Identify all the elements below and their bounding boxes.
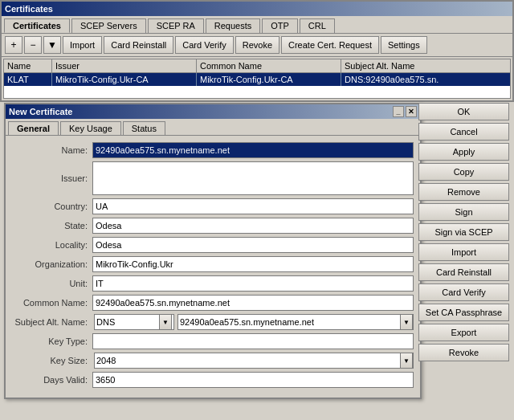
country-row: Country: (12, 198, 414, 214)
main-tabs-bar: Certificates SCEP Servers SCEP RA Reques… (2, 16, 512, 34)
add-button[interactable]: + (5, 36, 22, 54)
issuer-area[interactable] (92, 161, 414, 195)
organization-row: Organization: (12, 256, 414, 272)
unit-row: Unit: (12, 275, 414, 292)
table-header: Name Issuer Common Name Subject Alt. Nam… (4, 59, 510, 73)
dialog-tab-status[interactable]: Status (123, 121, 165, 135)
key-size-row: Key Size: ▼ (12, 353, 414, 369)
certificates-table: Name Issuer Common Name Subject Alt. Nam… (3, 59, 511, 99)
key-type-input[interactable] (92, 333, 414, 349)
country-label: Country: (12, 202, 92, 211)
dialog-title-bar: New Certificate _ ✕ (6, 104, 420, 119)
locality-label: Locality: (12, 240, 92, 250)
key-size-input[interactable] (95, 353, 400, 368)
tab-scep-ra[interactable]: SCEP RA (148, 18, 204, 33)
common-name-label: Common Name: (12, 298, 92, 308)
right-panel: OK Cancel Apply Copy Remove Sign Sign vi… (418, 103, 511, 361)
country-input[interactable] (92, 198, 414, 214)
days-valid-input[interactable] (92, 372, 414, 388)
subject-alt-row: Subject Alt. Name: ▼ ▼ (12, 314, 414, 330)
revoke-dialog-button[interactable]: Revoke (418, 344, 509, 361)
key-size-dropdown[interactable]: ▼ (400, 353, 413, 369)
table-row[interactable]: KLAT MikroTik-Config.Ukr-CA MikroTik-Con… (4, 73, 510, 86)
import-button[interactable]: Import (63, 36, 102, 54)
export-button[interactable]: Export (418, 324, 509, 341)
col-common-name: Common Name (197, 59, 341, 72)
col-subject-alt: Subject Alt. Name (341, 59, 511, 72)
card-verify-button[interactable]: Card Verify (175, 36, 233, 54)
copy-button[interactable]: Copy (418, 163, 509, 181)
cancel-button[interactable]: Cancel (418, 123, 509, 141)
dialog-title-buttons: _ ✕ (393, 106, 417, 117)
remove-button[interactable]: Remove (418, 183, 509, 201)
unit-input[interactable] (92, 275, 414, 292)
revoke-button[interactable]: Revoke (235, 36, 279, 54)
locality-row: Locality: (12, 237, 414, 253)
minimize-button[interactable]: _ (393, 106, 404, 117)
dialog-title-text: New Certificate (9, 107, 72, 116)
days-valid-row: Days Valid: (12, 372, 414, 388)
apply-button[interactable]: Apply (418, 143, 509, 161)
organization-input[interactable] (92, 256, 414, 272)
key-type-label: Key Type: (12, 336, 92, 346)
subject-alt-label: Subject Alt. Name: (12, 317, 92, 327)
locality-input[interactable] (92, 237, 414, 253)
subject-alt-type-input[interactable] (95, 315, 159, 329)
subject-alt-type-dropdown[interactable]: ▼ (159, 314, 172, 330)
cell-common-name: MikroTik-Config.Ukr-CA (197, 73, 341, 86)
card-reinstall-dialog-button[interactable]: Card Reinstall (418, 263, 509, 281)
main-title-bar: Certificates (2, 2, 512, 16)
key-size-label: Key Size: (12, 356, 92, 365)
remove-button[interactable]: − (24, 36, 42, 54)
sign-via-scep-button[interactable]: Sign via SCEP (418, 223, 509, 241)
days-valid-label: Days Valid: (12, 375, 92, 385)
name-input[interactable] (92, 142, 414, 158)
key-type-row: Key Type: (12, 333, 414, 349)
name-row: Name: (12, 142, 414, 158)
create-cert-request-button[interactable]: Create Cert. Request (281, 36, 379, 54)
common-name-row: Common Name: (12, 295, 414, 311)
tab-requests[interactable]: Requests (206, 18, 260, 33)
dialog-tab-general[interactable]: General (8, 121, 59, 135)
tab-otp[interactable]: OTP (262, 18, 298, 33)
state-input[interactable] (92, 218, 414, 234)
cell-subject-alt: DNS:92490a0ea575.sn. (341, 73, 511, 86)
tab-certificates[interactable]: Certificates (4, 18, 70, 33)
col-name: Name (4, 59, 52, 72)
tab-scep-servers[interactable]: SCEP Servers (71, 18, 146, 33)
toolbar: + − ▼ Import Card Reinstall Card Verify … (2, 34, 512, 57)
state-row: State: (12, 218, 414, 234)
dialog-tab-key-usage[interactable]: Key Usage (60, 121, 121, 135)
unit-label: Unit: (12, 279, 92, 288)
card-reinstall-button[interactable]: Card Reinstall (104, 36, 173, 54)
main-title: Certificates (5, 4, 53, 14)
cell-issuer: MikroTik-Config.Ukr-CA (52, 73, 197, 86)
ok-button[interactable]: OK (418, 103, 509, 120)
issuer-row: Issuer: (12, 161, 414, 195)
close-button[interactable]: ✕ (406, 106, 417, 117)
subject-alt-value-dropdown[interactable]: ▼ (400, 314, 413, 330)
common-name-input[interactable] (92, 295, 414, 311)
card-verify-dialog-button[interactable]: Card Verify (418, 283, 509, 301)
sign-button[interactable]: Sign (418, 203, 509, 221)
dialog-tabs-bar: General Key Usage Status (6, 119, 420, 136)
name-label: Name: (12, 145, 92, 155)
set-ca-passphrase-button[interactable]: Set CA Passphrase (418, 304, 509, 321)
new-certificate-dialog: New Certificate _ ✕ General Key Usage St… (4, 103, 422, 399)
cell-name: KLAT (4, 73, 52, 86)
subject-alt-value-input[interactable] (178, 315, 400, 329)
import-dialog-button[interactable]: Import (418, 243, 509, 261)
settings-button[interactable]: Settings (381, 36, 427, 54)
state-label: State: (12, 221, 92, 230)
filter-button[interactable]: ▼ (43, 36, 61, 54)
organization-label: Organization: (12, 259, 92, 269)
col-issuer: Issuer (52, 59, 197, 72)
tab-crl[interactable]: CRL (300, 18, 335, 33)
issuer-label: Issuer: (12, 173, 92, 183)
dialog-body: Name: Issuer: Country: State: Locality: … (6, 136, 420, 398)
